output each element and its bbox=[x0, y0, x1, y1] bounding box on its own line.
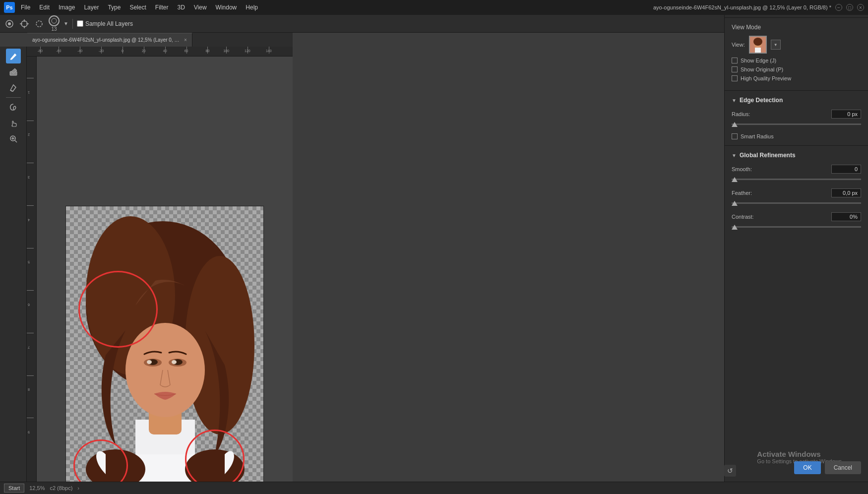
document-tab[interactable]: ayo-ogunseinde-6W4F62sN_yI-unsplash.jpg … bbox=[27, 33, 192, 47]
activate-windows-title: Activate Windows bbox=[757, 450, 843, 458]
tab-bar: ayo-ogunseinde-6W4F62sN_yI-unsplash.jpg … bbox=[27, 33, 293, 47]
edge-detection-title: Edge Detection bbox=[740, 97, 783, 104]
show-original-checkbox[interactable] bbox=[732, 66, 738, 72]
menu-window[interactable]: Window bbox=[212, 2, 241, 13]
view-label: View: bbox=[732, 42, 745, 48]
global-refinements-chevron: ▼ bbox=[732, 153, 737, 158]
smooth-slider-container bbox=[732, 176, 861, 183]
view-row: View: ▼ bbox=[732, 36, 861, 54]
smooth-slider-thumb[interactable] bbox=[732, 177, 738, 182]
sample-all-layers-checkbox[interactable] bbox=[77, 20, 83, 27]
tool-hand[interactable] bbox=[6, 116, 21, 130]
radius-row: Radius: bbox=[732, 110, 861, 127]
svg-point-1 bbox=[8, 22, 11, 25]
feather-label: Feather: bbox=[732, 190, 752, 196]
smart-radius-row: Smart Radius bbox=[732, 133, 861, 139]
tool-pencil[interactable] bbox=[6, 80, 21, 95]
smart-radius-checkbox[interactable] bbox=[732, 133, 738, 139]
expand-arrow[interactable]: › bbox=[77, 485, 79, 491]
smooth-slider-track bbox=[732, 179, 861, 180]
canvas-document bbox=[65, 206, 264, 482]
undo-button[interactable]: ↺ bbox=[724, 465, 736, 477]
title-bar-right: ayo-ogunseinde-6W4F62sN_yI-unsplash.jpg … bbox=[653, 4, 864, 11]
contrast-value-input[interactable] bbox=[831, 212, 861, 221]
view-dropdown-button[interactable]: ▼ bbox=[771, 40, 781, 50]
bottom-bar: Start 12,5% c2 (8bpc) › bbox=[0, 482, 868, 494]
global-refinements-header[interactable]: ▼ Global Refinements bbox=[732, 152, 861, 159]
menu-view[interactable]: View bbox=[190, 2, 211, 13]
doc-tab-close[interactable]: × bbox=[184, 37, 187, 43]
radius-label: Radius: bbox=[732, 111, 750, 117]
doc-title: ayo-ogunseinde-6W4F62sN_yI-unsplash.jpg … bbox=[653, 4, 831, 10]
contrast-row: Contrast: bbox=[732, 212, 861, 230]
title-bar-left: Ps File Edit Image Layer Type Select Fil… bbox=[4, 2, 262, 13]
radius-slider-container bbox=[732, 121, 861, 127]
brush-settings-dropdown[interactable]: ▼ bbox=[63, 21, 68, 26]
smooth-value-input[interactable] bbox=[831, 165, 861, 174]
panel-bottom-icons: ↺ bbox=[724, 465, 736, 477]
svg-point-7 bbox=[36, 21, 42, 27]
ps-logo: Ps bbox=[4, 2, 15, 13]
feather-value-input[interactable] bbox=[831, 188, 861, 197]
right-panel: Properties View Mode View: ▼ Show Edge (… bbox=[724, 0, 868, 494]
menu-filter[interactable]: Filter bbox=[151, 2, 173, 13]
tool-lasso[interactable] bbox=[6, 100, 21, 115]
toolbar-divider-1 bbox=[6, 97, 21, 98]
global-refinements-section: ▼ Global Refinements Smooth: Feather: bbox=[725, 146, 868, 242]
menu-3d[interactable]: 3D bbox=[173, 2, 188, 13]
tool-brush[interactable] bbox=[6, 49, 21, 63]
smart-radius-label: Smart Radius bbox=[741, 133, 774, 139]
brush-tool-icon[interactable] bbox=[4, 18, 15, 29]
menu-type[interactable]: Type bbox=[104, 2, 124, 13]
high-quality-checkbox[interactable] bbox=[732, 75, 738, 81]
tool-eraser[interactable] bbox=[6, 64, 21, 79]
left-toolbar bbox=[0, 47, 27, 482]
brush-size-display[interactable]: 13 bbox=[49, 15, 60, 32]
ruler-horizontal: -80 -60 -40 -20 0 20 40 60 80 100 120 14… bbox=[27, 47, 293, 57]
view-mode-section: View Mode View: ▼ Show Edge (J) Show Ori… bbox=[725, 18, 868, 91]
show-edge-checkbox[interactable] bbox=[732, 58, 738, 63]
sample-all-layers-option[interactable]: Sample All Layers bbox=[77, 20, 133, 27]
cancel-button[interactable]: Cancel bbox=[825, 461, 861, 474]
global-refinements-title: Global Refinements bbox=[740, 152, 796, 159]
menu-bar: File Edit Image Layer Type Select Filter… bbox=[17, 2, 262, 13]
svg-point-28 bbox=[147, 360, 152, 364]
smooth-label: Smooth: bbox=[732, 166, 752, 172]
ruler-vertical: 1 2 3 4 5 6 7 8 9 bbox=[27, 57, 37, 482]
feather-slider-thumb[interactable] bbox=[732, 201, 738, 206]
maximize-button[interactable]: □ bbox=[846, 4, 853, 11]
zoom-level: 12,5% bbox=[29, 485, 45, 491]
menu-file[interactable]: File bbox=[17, 2, 34, 13]
tool-zoom[interactable] bbox=[6, 131, 21, 146]
menu-image[interactable]: Image bbox=[55, 2, 79, 13]
options-divider-1 bbox=[72, 19, 73, 29]
contrast-label: Contrast: bbox=[732, 214, 754, 220]
menu-layer[interactable]: Layer bbox=[80, 2, 103, 13]
contrast-slider-thumb[interactable] bbox=[732, 225, 738, 230]
show-original-label: Show Original (P) bbox=[741, 66, 783, 72]
menu-help[interactable]: Help bbox=[242, 2, 262, 13]
radius-label-row: Radius: bbox=[732, 110, 861, 119]
action-buttons: OK Cancel bbox=[794, 461, 861, 474]
high-quality-preview-row: High Quality Preview bbox=[732, 75, 861, 81]
show-original-row: Show Original (P) bbox=[732, 66, 861, 72]
menu-edit[interactable]: Edit bbox=[35, 2, 54, 13]
contrast-slider-container bbox=[732, 223, 861, 230]
show-edge-label: Show Edge (J) bbox=[741, 58, 776, 63]
close-button[interactable]: × bbox=[857, 4, 864, 11]
svg-rect-35 bbox=[755, 48, 761, 53]
canvas-area[interactable] bbox=[37, 57, 293, 482]
radius-value-input[interactable] bbox=[831, 110, 861, 119]
minimize-button[interactable]: − bbox=[835, 4, 842, 11]
contrast-label-row: Contrast: bbox=[732, 212, 861, 221]
radius-slider-thumb[interactable] bbox=[732, 122, 738, 127]
high-quality-label: High Quality Preview bbox=[741, 75, 791, 81]
title-bar: Ps File Edit Image Layer Type Select Fil… bbox=[0, 0, 868, 15]
ok-button[interactable]: OK bbox=[794, 461, 820, 474]
circle-dashed-icon[interactable] bbox=[34, 18, 45, 29]
crosshair-icon[interactable] bbox=[19, 18, 30, 29]
edge-detection-header[interactable]: ▼ Edge Detection bbox=[732, 97, 861, 104]
menu-select[interactable]: Select bbox=[125, 2, 150, 13]
view-thumbnail[interactable] bbox=[749, 36, 767, 54]
start-button[interactable]: Start bbox=[4, 484, 24, 493]
